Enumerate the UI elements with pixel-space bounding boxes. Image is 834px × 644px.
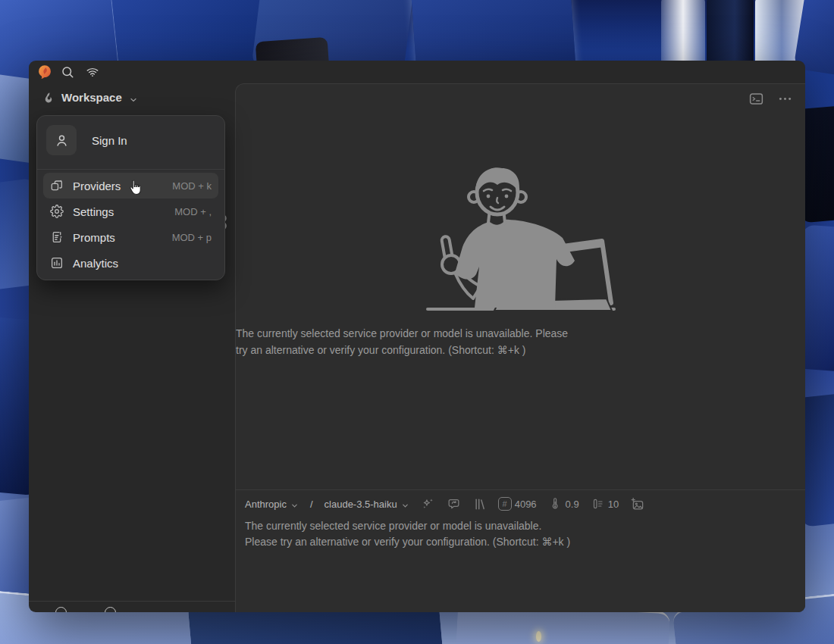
chat-panel: The currently selected service provider … — [235, 83, 805, 612]
menu-item-settings[interactable]: Settings MOD + , — [43, 199, 218, 224]
menu-item-label: Analytics — [73, 257, 118, 270]
wallpaper-glass-pillar — [661, 0, 705, 68]
unavailable-message-line2: try an alternative or verify your config… — [236, 342, 805, 358]
chevron-down-icon — [129, 94, 138, 103]
workspace-label: Workspace — [61, 91, 122, 104]
provider-model-separator: / — [310, 499, 313, 510]
chat-loop-icon[interactable] — [447, 497, 461, 511]
unavailable-message: The currently selected service provider … — [236, 325, 805, 358]
app-window: Workspace — [29, 61, 805, 612]
panel-actions — [748, 91, 793, 107]
window-topbar — [29, 61, 805, 83]
menu-item-analytics[interactable]: Analytics — [43, 250, 218, 276]
context-count-value: 10 — [608, 499, 619, 510]
temperature-icon — [548, 497, 563, 511]
sign-in-button[interactable]: Sign In — [46, 125, 127, 155]
provider-name: Anthropic — [245, 499, 287, 510]
flame-icon — [42, 92, 55, 104]
composer-divider — [236, 489, 805, 490]
terminal-panel-icon[interactable] — [748, 91, 764, 107]
gear-icon — [50, 205, 64, 218]
context-count-icon — [591, 497, 605, 511]
menu-item-providers[interactable]: Providers MOD + k — [43, 173, 218, 199]
menu-item-shortcut: MOD + , — [174, 206, 212, 217]
document-sparkle-icon — [50, 230, 64, 244]
add-image-icon[interactable] — [630, 497, 644, 511]
max-tokens-value: 4096 — [515, 499, 537, 510]
person-icon — [46, 125, 77, 155]
more-ellipsis-icon[interactable] — [777, 91, 793, 107]
menu-item-label: Providers — [73, 180, 121, 192]
sign-in-label: Sign In — [92, 134, 127, 147]
composer-input[interactable]: The currently selected service provider … — [245, 518, 570, 550]
workspace-selector[interactable]: Workspace — [42, 91, 138, 104]
library-icon[interactable] — [472, 497, 487, 511]
max-tokens-control[interactable]: # 4096 — [498, 497, 537, 511]
context-count-control[interactable]: 10 — [591, 497, 619, 511]
composer-toolbar: Anthropic / claude-3.5-haiku — [245, 494, 644, 514]
temperature-control[interactable]: 0.9 — [548, 497, 579, 511]
menu-item-shortcut: MOD + p — [172, 232, 212, 243]
wallpaper-glass-pillar — [707, 0, 754, 68]
model-name: claude-3.5-haiku — [325, 499, 397, 510]
max-tokens-icon: # — [498, 497, 512, 511]
workspace-dropdown-menu: Sign In Providers MOD + k — [36, 115, 225, 280]
composer-placeholder-line2: Please try an alternative or verify your… — [245, 534, 570, 550]
menu-item-label: Prompts — [73, 231, 115, 244]
providers-layers-sparkle-icon — [50, 179, 64, 192]
menu-item-prompts[interactable]: Prompts MOD + p — [43, 224, 218, 250]
chevron-down-icon — [401, 501, 409, 509]
sparkles-icon[interactable] — [421, 497, 435, 511]
wifi-icon[interactable] — [86, 65, 99, 79]
search-icon[interactable] — [61, 65, 74, 79]
menu-divider — [37, 169, 224, 170]
menu-item-shortcut: MOD + k — [172, 180, 212, 192]
chevron-down-icon — [290, 501, 299, 509]
menu-list: Providers MOD + k Settings MOD + , — [37, 173, 224, 276]
sidebar-footer-divider — [29, 601, 235, 602]
menu-item-label: Settings — [73, 205, 114, 218]
sidebar-footer-icon[interactable] — [55, 607, 67, 612]
sidebar-footer-icon[interactable] — [105, 607, 116, 612]
app-logo-icon — [37, 64, 52, 80]
temperature-value: 0.9 — [566, 499, 579, 510]
unavailable-message-line1: The currently selected service provider … — [236, 325, 805, 342]
wallpaper-highlight — [536, 631, 541, 642]
composer-placeholder-line1: The currently selected service provider … — [245, 518, 570, 534]
provider-select[interactable]: Anthropic — [245, 499, 299, 510]
bar-chart-icon — [50, 256, 64, 270]
person-laptop-illustration — [426, 162, 616, 317]
model-select[interactable]: claude-3.5-haiku — [325, 499, 409, 510]
empty-state — [236, 162, 805, 320]
